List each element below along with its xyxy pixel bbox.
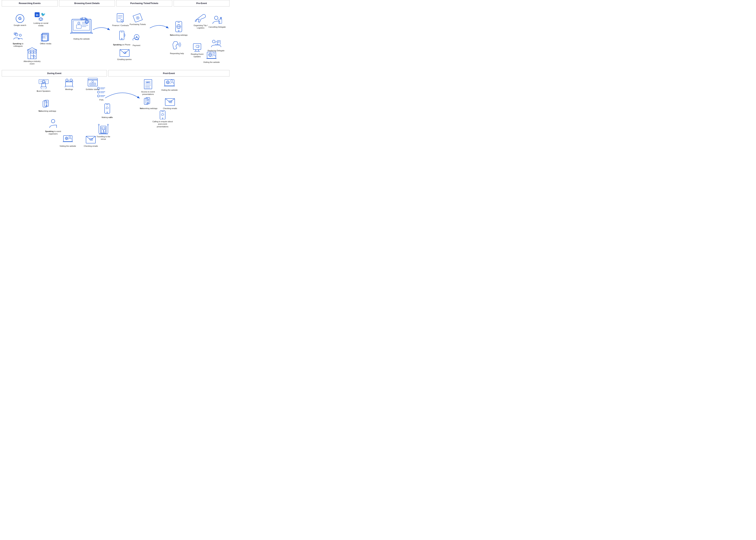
payment-label: Payment	[133, 44, 140, 47]
visiting-website-pre-item: Visiting the website	[203, 52, 220, 64]
svg-rect-120	[104, 130, 105, 132]
visiting-website-top-item: Visiting the website	[70, 18, 93, 40]
svg-text:$: $	[136, 36, 137, 38]
svg-rect-25	[29, 52, 30, 53]
making-calls-label: Making calls	[101, 116, 113, 119]
svg-point-75	[212, 40, 215, 43]
access-presentations-item: PPT Access to event presentations	[138, 79, 158, 96]
google-search-item: G Google search	[14, 14, 26, 27]
meetings-icon	[63, 77, 75, 87]
svg-marker-84	[41, 87, 47, 89]
event-speakers-label: Event Speakers	[37, 90, 51, 92]
event-speakers-icon	[39, 79, 49, 89]
arrow-browse-to-purchase	[93, 25, 110, 34]
svg-line-91	[73, 86, 73, 87]
access-presentations-label: Access to event presentations	[138, 90, 158, 96]
checking-emails-dur-icon	[86, 135, 96, 144]
visiting-website-laptop-icon	[70, 18, 93, 37]
visiting-website-pre-label: Visiting the website	[203, 61, 220, 64]
emailing-queries-icon	[119, 48, 130, 57]
checking-emails-post-label: Checking emails	[163, 107, 177, 110]
payment-item: $ Payment	[131, 34, 141, 47]
svg-point-146	[171, 80, 173, 82]
svg-text:PPT: PPT	[146, 81, 150, 83]
svg-point-34	[78, 22, 80, 24]
svg-rect-33	[73, 21, 90, 30]
svg-rect-27	[34, 52, 36, 53]
checking-emails-post-icon	[165, 97, 175, 106]
networking-webapp-dur-item: Networking web/app	[39, 100, 56, 112]
networking-webapp-post-label: Networking web/app	[140, 107, 157, 110]
arrow-during-to-post	[105, 87, 140, 108]
svg-rect-154	[160, 111, 165, 119]
networking-webapp-dur-label: Networking web/app	[39, 110, 56, 112]
social-media-icon: in 🐦	[35, 12, 47, 21]
checking-emails-dur-label: Checking emails	[84, 145, 98, 147]
svg-marker-24	[27, 48, 37, 50]
meetings-label: Meetings	[65, 88, 73, 90]
networking-webapp-top-item: Networking web/app	[170, 21, 187, 36]
svg-text:G: G	[18, 16, 22, 21]
visiting-website-post-label: Visiting the website	[161, 89, 178, 91]
svg-rect-96	[90, 83, 95, 85]
svg-point-71	[196, 45, 198, 48]
svg-point-155	[162, 118, 163, 119]
svg-point-103	[97, 91, 99, 93]
travelling-venue-icon	[97, 123, 109, 134]
checking-emails-post-item: Checking emails	[163, 97, 177, 110]
networking-webapp-top-label: Networking web/app	[170, 34, 187, 36]
svg-rect-129	[64, 136, 72, 141]
purchasing-tickets-label: Purchasing Tickets	[130, 23, 146, 26]
checking-emails-dur-item: Checking emails	[84, 135, 98, 147]
svg-point-99	[92, 81, 94, 82]
payment-icon: $	[131, 34, 141, 43]
speaking-colleagues-icon	[13, 32, 23, 42]
header-preevent: Pre-Event	[174, 0, 230, 6]
purchasing-tickets-item: ★ Purchasing Tickets	[130, 13, 146, 26]
organising-trip-label: Organising Trip / Logistics	[191, 24, 210, 29]
visiting-website-pre-icon	[206, 52, 217, 60]
page-canvas: Researching Events Browsing Event Detail…	[2, 0, 230, 168]
purchasing-tickets-icon: ★	[133, 13, 143, 22]
offline-media-item: Offline media	[40, 32, 51, 45]
visiting-website-dur-icon	[63, 135, 73, 144]
svg-rect-46	[117, 14, 123, 22]
finance-contracts-icon	[116, 13, 125, 23]
cancelling-delegate-label: Cancelling Delegate	[209, 26, 226, 28]
cancelling-delegate-item: Cancelling Delegate	[209, 16, 226, 28]
speaking-organisers-item: Speaking to event organisers	[44, 119, 63, 135]
google-search-icon: G	[15, 14, 25, 23]
meetings-item: Meetings	[63, 77, 75, 90]
svg-rect-35	[77, 25, 81, 28]
header-during-event: During Event	[2, 70, 107, 76]
header-purchasing: Purchasing Ticket/Tickets	[116, 0, 172, 6]
requesting-help-item: Requesting help	[170, 41, 184, 55]
svg-rect-89	[66, 82, 73, 86]
replacing-delegate-item: Replacing Delegate	[208, 39, 224, 52]
svg-point-82	[213, 53, 215, 55]
svg-text:★: ★	[137, 17, 139, 19]
polls-label: Polls	[99, 98, 103, 101]
calling-enquire-label: Calling to enquire about post-event pres…	[152, 120, 173, 128]
speaking-phone-item: Speaking on Phone	[113, 31, 130, 46]
speaking-phone-icon	[118, 31, 125, 43]
header-researching: Researching Events	[2, 0, 58, 6]
svg-rect-26	[31, 52, 33, 53]
svg-point-106	[97, 95, 99, 97]
svg-rect-95	[88, 78, 97, 80]
social-media-label: Looking on social media	[31, 22, 51, 27]
speaking-colleagues-item: Speaking to colleagues	[8, 32, 28, 48]
finance-contracts-label: Finance / Contracts	[112, 24, 129, 27]
organising-trip-icon	[195, 13, 207, 23]
visiting-website-dur-label: Visiting the website	[60, 145, 76, 147]
offline-media-icon	[41, 32, 50, 42]
social-media-item: in 🐦 Looking on social media	[31, 12, 51, 27]
requesting-help-icon	[172, 41, 182, 51]
header-browsing: Browsing Event Details	[59, 0, 115, 6]
svg-point-61	[178, 30, 179, 31]
replacing-delegate-icon	[211, 39, 221, 49]
visiting-website-post-icon	[164, 79, 175, 88]
offline-media-label: Offline media	[40, 42, 51, 45]
header-post-event: Post-Event	[108, 70, 230, 76]
speaking-organisers-icon	[49, 119, 57, 129]
